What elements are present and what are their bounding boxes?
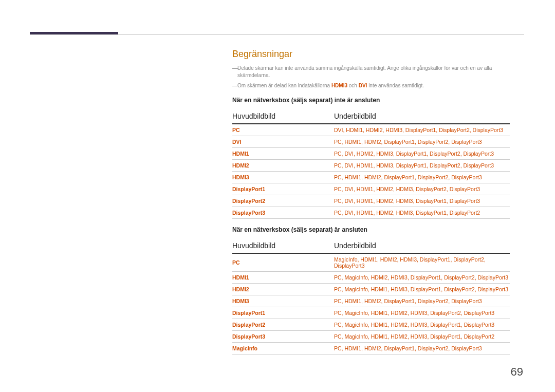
main-source: MagicInfo [232,343,334,354]
sub-sources: PC, DVI, HDMI1, HDMI2, HDMI3, DisplayPor… [334,207,510,219]
table-row: HDMI3PC, HDMI1, HDMI2, DisplayPort1, Dis… [232,295,510,307]
col-sub: Underbildbild [334,238,510,253]
sub-sources: DVI, HDMI1, HDMI2, HDMI3, DisplayPort1, … [334,124,510,136]
main-source: HDMI2 [232,160,334,172]
sub-sources: PC, MagicInfo, HDMI1, HDMI2, HDMI3, Disp… [334,307,510,319]
dash-icon: ― [232,65,237,79]
sub-sources: MagicInfo, HDMI1, HDMI2, HDMI3, DisplayP… [334,253,510,272]
note-item: ― Delade skärmar kan inte använda samma … [232,65,510,79]
table-row: DisplayPort3PC, MagicInfo, HDMI1, HDMI2,… [232,331,510,343]
table-row: DisplayPort2PC, DVI, HDMI1, HDMI2, HDMI3… [232,195,510,207]
sub-sources: PC, MagicInfo, HDMI2, HDMI3, DisplayPort… [334,272,510,284]
sub-sources: PC, MagicInfo, HDMI1, HDMI3, DisplayPort… [334,284,510,295]
table-row: HDMI3PC, HDMI1, HDMI2, DisplayPort1, Dis… [232,172,510,183]
note-item: ― Om skärmen är delad kan indatakällorna… [232,82,510,89]
sub-sources: PC, HDMI1, HDMI2, DisplayPort1, DisplayP… [334,343,510,354]
main-source: HDMI2 [232,284,334,295]
sub-sources: PC, DVI, HDMI1, HDMI3, DisplayPort1, Dis… [334,160,510,172]
note-text: Delade skärmar kan inte använda samma in… [237,65,510,79]
sub-sources: PC, HDMI1, HDMI2, DisplayPort1, DisplayP… [334,136,510,148]
sub-sources: PC, MagicInfo, HDMI1, HDMI2, HDMI3, Disp… [334,319,510,331]
table-row: DisplayPort3PC, DVI, HDMI1, HDMI2, HDMI3… [232,207,510,219]
table-row: PCMagicInfo, HDMI1, HDMI2, HDMI3, Displa… [232,253,510,272]
table-row: MagicInfoPC, HDMI1, HDMI2, DisplayPort1,… [232,343,510,354]
main-source: DisplayPort1 [232,183,334,195]
content-area: Begränsningar ― Delade skärmar kan inte … [232,49,510,354]
section-title: Begränsningar [232,49,510,60]
table-row: HDMI2PC, MagicInfo, HDMI1, HDMI3, Displa… [232,284,510,295]
dash-icon: ― [232,82,237,89]
main-source: HDMI1 [232,148,334,160]
sub-sources: PC, HDMI1, HDMI2, DisplayPort1, DisplayP… [334,172,510,183]
table-caption: När en nätverksbox (säljs separat) inte … [232,97,510,104]
main-source: HDMI1 [232,272,334,284]
table-row: HDMI1PC, MagicInfo, HDMI2, HDMI3, Displa… [232,272,510,284]
col-sub: Underbildbild [334,109,510,124]
compatibility-table-1: Huvudbildbild Underbildbild PCDVI, HDMI1… [232,109,510,219]
table-row: DisplayPort1PC, DVI, HDMI1, HDMI2, HDMI3… [232,183,510,195]
col-main: Huvudbildbild [232,238,334,253]
note-text: Om skärmen är delad kan indatakällorna H… [237,82,510,89]
sub-sources: PC, DVI, HDMI2, HDMI3, DisplayPort1, Dis… [334,148,510,160]
page-number: 69 [511,365,523,379]
table-row: HDMI1PC, DVI, HDMI2, HDMI3, DisplayPort1… [232,148,510,160]
main-source: PC [232,124,334,136]
table-caption: När en nätverksbox (säljs separat) är an… [232,226,510,233]
compatibility-table-2: Huvudbildbild Underbildbild PCMagicInfo,… [232,238,510,354]
main-source: HDMI3 [232,295,334,307]
table-row: HDMI2PC, DVI, HDMI1, HDMI3, DisplayPort1… [232,160,510,172]
sub-sources: PC, DVI, HDMI1, HDMI2, HDMI3, DisplayPor… [334,195,510,207]
table-row: DVIPC, HDMI1, HDMI2, DisplayPort1, Displ… [232,136,510,148]
table-row: PCDVI, HDMI1, HDMI2, HDMI3, DisplayPort1… [232,124,510,136]
sub-sources: PC, HDMI1, HDMI2, DisplayPort1, DisplayP… [334,295,510,307]
col-main: Huvudbildbild [232,109,334,124]
main-source: DisplayPort2 [232,319,334,331]
main-source: DisplayPort3 [232,331,334,343]
main-source: DisplayPort2 [232,195,334,207]
sub-sources: PC, DVI, HDMI1, HDMI2, HDMI3, DisplayPor… [334,183,510,195]
main-source: HDMI3 [232,172,334,183]
main-source: DVI [232,136,334,148]
table-row: DisplayPort1PC, MagicInfo, HDMI1, HDMI2,… [232,307,510,319]
main-source: DisplayPort1 [232,307,334,319]
table-row: DisplayPort2PC, MagicInfo, HDMI1, HDMI2,… [232,319,510,331]
sub-sources: PC, MagicInfo, HDMI1, HDMI2, HDMI3, Disp… [334,331,510,343]
main-source: DisplayPort3 [232,207,334,219]
header-rule [30,34,524,35]
main-source: PC [232,253,334,272]
